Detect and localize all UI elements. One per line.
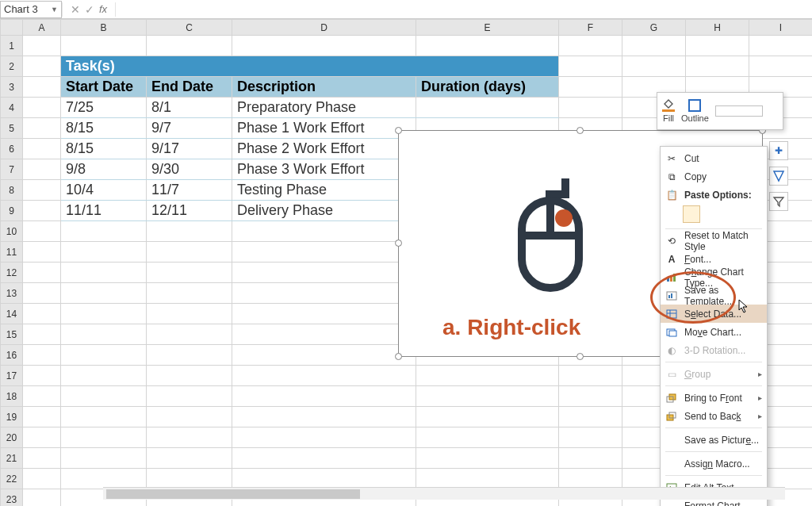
resize-handle[interactable]: [576, 127, 584, 134]
cell[interactable]: [61, 345, 147, 366]
chart-filters-button[interactable]: [769, 192, 788, 211]
cell[interactable]: [23, 427, 61, 448]
row-header[interactable]: 8: [1, 180, 23, 201]
row-header[interactable]: 3: [1, 77, 23, 98]
cell[interactable]: [147, 407, 232, 427]
col-header[interactable]: F: [559, 20, 622, 36]
cell[interactable]: [23, 242, 61, 263]
cell[interactable]: [416, 366, 559, 386]
cell[interactable]: [559, 56, 622, 77]
cell[interactable]: 11/7: [147, 180, 232, 201]
cell[interactable]: [686, 36, 749, 56]
col-header[interactable]: A: [23, 20, 61, 36]
cell[interactable]: [23, 407, 61, 427]
row-header[interactable]: 11: [1, 242, 23, 263]
cell[interactable]: [23, 386, 61, 407]
row-header[interactable]: 14: [1, 304, 23, 324]
cell[interactable]: [147, 324, 232, 345]
cell[interactable]: [232, 345, 416, 366]
col-header[interactable]: E: [416, 20, 559, 36]
cell[interactable]: [559, 77, 622, 98]
cell[interactable]: Preparatory Phase: [232, 98, 416, 118]
ctx-copy[interactable]: ⧉Copy: [661, 167, 767, 186]
cell[interactable]: [416, 448, 559, 469]
select-all-corner[interactable]: [1, 20, 23, 36]
cell[interactable]: [232, 427, 416, 448]
cell[interactable]: 7/25: [61, 98, 147, 118]
cell[interactable]: [232, 304, 416, 324]
cell[interactable]: [147, 469, 232, 489]
cell[interactable]: [23, 489, 61, 507]
cell[interactable]: [61, 386, 147, 407]
row-header[interactable]: 7: [1, 159, 23, 180]
cell[interactable]: [232, 221, 416, 242]
row-header[interactable]: 18: [1, 386, 23, 407]
cell[interactable]: Phase 3 Work Effort: [232, 159, 416, 180]
resize-handle[interactable]: [395, 240, 402, 247]
chart-elements-button[interactable]: ✚: [769, 141, 788, 160]
cell[interactable]: [23, 56, 61, 77]
col-header[interactable]: I: [749, 20, 813, 36]
cell[interactable]: [559, 448, 622, 469]
fill-tool[interactable]: Fill: [662, 99, 675, 123]
cell[interactable]: [23, 77, 61, 98]
ctx-send-to-back[interactable]: Send to Back▸: [661, 407, 767, 425]
cell[interactable]: [416, 427, 559, 448]
row-header[interactable]: 16: [1, 345, 23, 366]
row-header[interactable]: 4: [1, 98, 23, 118]
row-header[interactable]: 10: [1, 221, 23, 242]
cell[interactable]: [232, 263, 416, 283]
ctx-reset-style[interactable]: ⟲Reset to Match Style: [661, 232, 767, 250]
cell[interactable]: [23, 324, 61, 345]
cell[interactable]: 11/11: [61, 201, 147, 221]
row-header[interactable]: 19: [1, 407, 23, 427]
cell[interactable]: [559, 386, 622, 407]
cell[interactable]: [232, 36, 416, 56]
cell[interactable]: [23, 469, 61, 489]
cell[interactable]: [147, 345, 232, 366]
cell[interactable]: [686, 56, 749, 77]
cell[interactable]: [147, 366, 232, 386]
row-header[interactable]: 15: [1, 324, 23, 345]
cell[interactable]: Delivery Phase: [232, 201, 416, 221]
cell[interactable]: 9/30: [147, 159, 232, 180]
cell[interactable]: [23, 283, 61, 304]
cell[interactable]: [232, 283, 416, 304]
cell[interactable]: 9/7: [147, 118, 232, 139]
row-header[interactable]: 13: [1, 283, 23, 304]
ctx-assign-macro[interactable]: Assign Macro...: [661, 454, 767, 473]
cell[interactable]: Phase 1 Work Effort: [232, 118, 416, 139]
cell[interactable]: 12/11: [147, 201, 232, 221]
cell[interactable]: [232, 324, 416, 345]
cell[interactable]: [61, 469, 147, 489]
row-header[interactable]: 2: [1, 56, 23, 77]
cell[interactable]: [23, 118, 61, 139]
col-header[interactable]: H: [686, 20, 749, 36]
cell[interactable]: [23, 345, 61, 366]
cell[interactable]: [416, 98, 559, 118]
scrollbar-thumb[interactable]: [106, 489, 360, 499]
cell[interactable]: [147, 386, 232, 407]
cell[interactable]: [749, 56, 813, 77]
cell[interactable]: Start Date: [61, 77, 147, 98]
cell[interactable]: [23, 263, 61, 283]
chevron-down-icon[interactable]: ▼: [51, 6, 58, 13]
cell[interactable]: [416, 469, 559, 489]
cell[interactable]: [147, 448, 232, 469]
cell[interactable]: [61, 366, 147, 386]
col-header[interactable]: G: [622, 20, 686, 36]
cell[interactable]: [232, 407, 416, 427]
cell[interactable]: Task(s): [61, 56, 559, 77]
fx-icon[interactable]: fx: [99, 3, 107, 15]
cell[interactable]: [559, 36, 622, 56]
cell[interactable]: [416, 386, 559, 407]
cell[interactable]: [61, 263, 147, 283]
chart-styles-button[interactable]: [769, 167, 788, 186]
cell[interactable]: Description: [232, 77, 416, 98]
ctx-save-as-picture[interactable]: Save as Picture...: [661, 431, 767, 449]
col-header[interactable]: D: [232, 20, 416, 36]
cell[interactable]: [23, 221, 61, 242]
cell[interactable]: End Date: [147, 77, 232, 98]
resize-handle[interactable]: [395, 127, 402, 134]
cell[interactable]: [23, 448, 61, 469]
